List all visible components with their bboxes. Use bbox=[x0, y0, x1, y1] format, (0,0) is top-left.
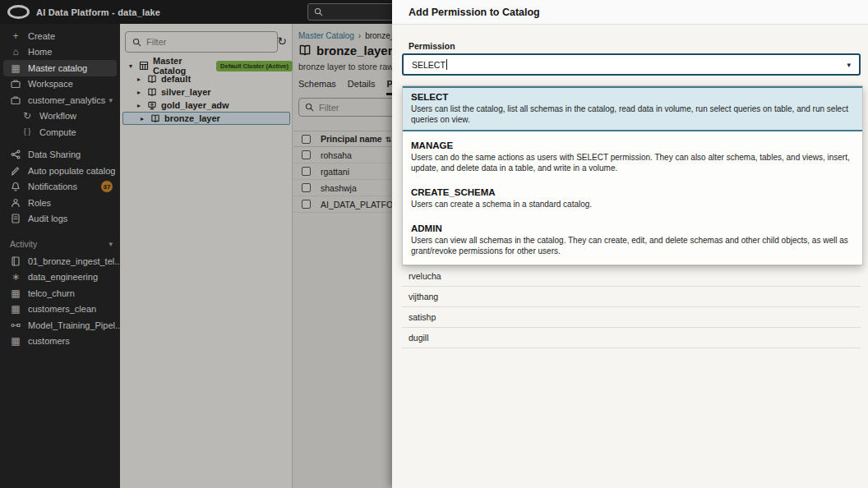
permission-input-value: SELECT bbox=[412, 60, 446, 70]
list-item[interactable]: vijthang bbox=[402, 287, 861, 307]
tree-filter-field[interactable] bbox=[146, 37, 229, 47]
tab-schemas[interactable]: Schemas bbox=[298, 79, 336, 95]
sidebar-item-roles[interactable]: Roles bbox=[0, 195, 120, 211]
sidebar-item-label: Notifications bbox=[28, 182, 77, 191]
tree-node-default[interactable]: ▸ default bbox=[120, 72, 293, 85]
tree-node-bronze-layer[interactable]: ▸ bronze_layer bbox=[122, 112, 290, 125]
catalog-tree: ▾ Master Catalog Default Cluster (Active… bbox=[120, 59, 293, 125]
sidebar-item-label: telco_churn bbox=[28, 288, 75, 298]
list-item[interactable]: satishp bbox=[402, 307, 861, 328]
permissions-filter-field[interactable] bbox=[319, 103, 392, 113]
pipeline-icon bbox=[10, 320, 21, 330]
sidebar-item-label: Workspace bbox=[28, 79, 73, 89]
option-description: Users can do the same actions as users w… bbox=[411, 152, 854, 173]
catalog-book-icon bbox=[298, 44, 312, 57]
list-item[interactable]: dugill bbox=[402, 328, 861, 348]
sidebar-activity-item-data-engineering[interactable]: ∗ data_engineering bbox=[0, 269, 120, 286]
catalog-detail-panel: Master Catalog › bronze_layer bronze_lay… bbox=[293, 24, 392, 488]
sidebar-divider bbox=[0, 140, 120, 147]
search-icon bbox=[132, 38, 141, 47]
notebook-icon bbox=[10, 256, 21, 266]
table-row[interactable]: rgattani bbox=[293, 163, 392, 180]
sidebar-item-home[interactable]: ⌂ Home bbox=[0, 44, 120, 61]
sidebar-item-label: Model_Training_Pipel... bbox=[28, 320, 122, 330]
sidebar-activity-item-notebook[interactable]: 01_bronze_ingest_tel... bbox=[0, 253, 120, 269]
refresh-icon[interactable]: ↻ bbox=[277, 35, 287, 48]
breadcrumb-current: bronze_layer bbox=[365, 31, 392, 40]
sidebar-item-audit-logs[interactable]: Audit logs bbox=[0, 211, 120, 228]
permission-combobox[interactable]: SELECT ▾ bbox=[402, 53, 861, 76]
schema-book-icon bbox=[147, 88, 157, 97]
sidebar-item-notifications[interactable]: Notifications 37 bbox=[0, 179, 120, 196]
sidebar-activity-item-telco-churn[interactable]: ▦ telco_churn bbox=[0, 285, 120, 302]
breadcrumb-link-master-catalog[interactable]: Master Catalog bbox=[298, 31, 354, 40]
option-name: SELECT bbox=[411, 92, 854, 102]
sidebar-item-auto-populate-catalog[interactable]: Auto populate catalog bbox=[0, 163, 120, 179]
sort-icon[interactable]: ⇅ bbox=[386, 136, 392, 144]
option-name: CREATE_SCHEMA bbox=[411, 187, 854, 197]
tab-details[interactable]: Details bbox=[348, 79, 376, 95]
table-row[interactable]: shashwja bbox=[293, 180, 392, 196]
row-checkbox[interactable] bbox=[302, 200, 311, 209]
section-label: Activity bbox=[10, 239, 37, 249]
option-create-schema[interactable]: CREATE_SCHEMA Users can create a schema … bbox=[403, 183, 862, 214]
bell-icon bbox=[10, 182, 21, 191]
sidebar-item-data-sharing[interactable]: Data Sharing bbox=[0, 147, 120, 163]
principal-name: rgattani bbox=[321, 167, 349, 177]
tree-node-gold-layer-adw[interactable]: ▸ gold_layer_adw bbox=[120, 99, 293, 112]
row-checkbox[interactable] bbox=[302, 150, 311, 159]
tree-node-silver-layer[interactable]: ▸ silver_layer bbox=[120, 85, 293, 99]
sidebar-activity-item-customers[interactable]: ▦ customers bbox=[0, 334, 120, 350]
table-row[interactable]: AI_DATA_PLATFORM_ bbox=[293, 196, 392, 213]
catalog-grid-icon: ▦ bbox=[10, 63, 21, 73]
tab-bar: Schemas Details Permissions bbox=[298, 79, 392, 95]
add-permission-panel: Add Permission to Catalog Permission SEL… bbox=[392, 0, 868, 488]
page-title-text: bronze_layer bbox=[316, 44, 392, 58]
row-checkbox[interactable] bbox=[302, 183, 311, 192]
sidebar-item-workflow[interactable]: ↻ Workflow bbox=[0, 108, 120, 125]
chevron-down-icon[interactable]: ▾ bbox=[108, 96, 113, 104]
row-checkbox[interactable] bbox=[302, 167, 311, 176]
spark-icon: ∗ bbox=[10, 272, 21, 282]
page-title: bronze_layer bbox=[298, 44, 392, 58]
table-row[interactable]: rohsaha bbox=[293, 147, 392, 163]
select-all-checkbox[interactable] bbox=[302, 135, 311, 144]
caret-right-icon[interactable]: ▸ bbox=[138, 115, 146, 122]
panel-header: Add Permission to Catalog bbox=[392, 0, 868, 25]
caret-right-icon[interactable]: ▸ bbox=[135, 89, 143, 96]
workflow-icon: ↻ bbox=[21, 111, 33, 121]
tree-filter-input[interactable] bbox=[125, 31, 278, 53]
sidebar-activity-item-model-training[interactable]: Model_Training_Pipel... bbox=[0, 317, 120, 334]
person-icon bbox=[10, 198, 21, 208]
permissions-filter-input[interactable] bbox=[298, 98, 392, 117]
option-admin[interactable]: ADMIN Users can view all schemas in the … bbox=[403, 219, 862, 261]
sidebar-item-workspace[interactable]: Workspace bbox=[0, 76, 120, 93]
option-manage[interactable]: MANAGE Users can do the same actions as … bbox=[403, 136, 862, 178]
sidebar-item-master-catalog[interactable]: ▦ Master catalog bbox=[3, 60, 117, 76]
option-description: Users can view all schemas in the catalo… bbox=[411, 235, 854, 256]
adw-monitor-icon bbox=[147, 101, 157, 110]
option-select[interactable]: SELECT Users can list the catalog, list … bbox=[403, 86, 862, 131]
list-item[interactable]: rvelucha bbox=[402, 266, 861, 287]
sidebar-activity-item-customers-clean[interactable]: ▦ customers_clean bbox=[0, 302, 120, 318]
tree-node-label: gold_layer_adw bbox=[161, 100, 229, 110]
principal-name: rvelucha bbox=[409, 271, 441, 281]
tree-node-master-catalog[interactable]: ▾ Master Catalog Default Cluster (Active… bbox=[120, 59, 293, 72]
sidebar-item-label: Workflow bbox=[39, 111, 76, 121]
sidebar-item-compute[interactable]: { } Compute bbox=[0, 124, 120, 140]
caret-right-icon[interactable]: ▸ bbox=[135, 102, 143, 109]
principal-name: shashwja bbox=[321, 183, 357, 193]
sidebar-item-label: 01_bronze_ingest_tel... bbox=[28, 256, 122, 266]
column-header-principal-name[interactable]: Principal name⇅ bbox=[321, 134, 391, 144]
tree-node-label: bronze_layer bbox=[164, 113, 220, 123]
table-icon: ▦ bbox=[10, 336, 21, 346]
caret-down-icon[interactable]: ▾ bbox=[127, 62, 135, 70]
catalog-tree-panel: ↻ ▾ Master Catalog Default Cluster (Acti… bbox=[120, 24, 293, 488]
caret-right-icon[interactable]: ▸ bbox=[135, 76, 143, 83]
sidebar-item-label: customer_analytics bbox=[28, 95, 105, 105]
global-search-input[interactable] bbox=[307, 3, 395, 21]
sidebar-item-customer-analytics[interactable]: customer_analytics ▾ bbox=[0, 92, 120, 108]
sidebar-section-activity[interactable]: Activity ▾ bbox=[0, 235, 120, 253]
sidebar-item-create[interactable]: + Create bbox=[0, 28, 120, 44]
chevron-down-icon[interactable]: ▾ bbox=[847, 61, 851, 69]
